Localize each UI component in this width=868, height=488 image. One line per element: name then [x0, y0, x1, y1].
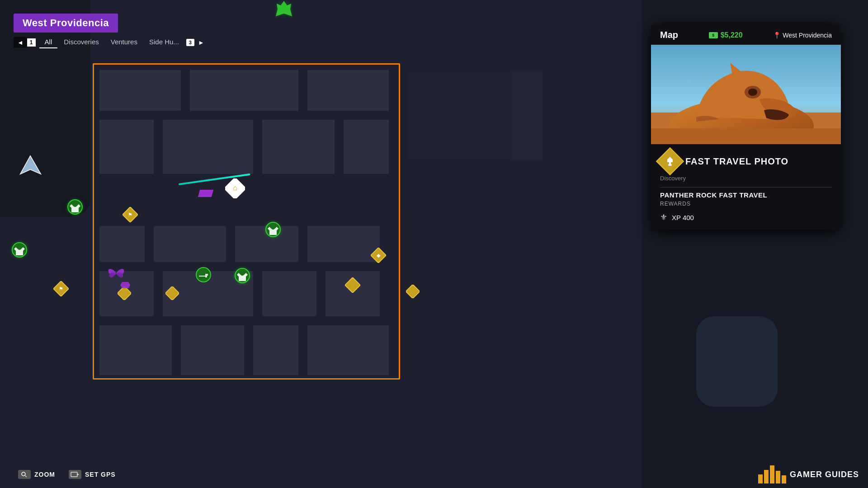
gg-brand-text: GAMER GUIDES [790, 470, 859, 479]
panel-rewards-label: REWARDS [660, 201, 832, 207]
filter-tab-all[interactable]: All [39, 36, 58, 48]
gps-label: SET GPS [85, 471, 116, 478]
top-bar: West Providencia ◄ 1 All Discoveries Ven… [14, 14, 208, 48]
svg-rect-14 [165, 286, 179, 300]
mission-diamond-7[interactable] [406, 285, 420, 298]
panel-icon-title-row: FAST TRAVEL PHOTO [660, 151, 832, 171]
svg-text:◆: ◆ [377, 253, 381, 258]
filter-next-arrow[interactable]: ► [194, 37, 208, 48]
filter-prev-arrow[interactable]: ◄ [14, 37, 27, 48]
city-block [181, 325, 244, 375]
zoom-icon [18, 470, 31, 479]
panel-divider-1 [660, 187, 832, 188]
filter-tab-discoveries[interactable]: Discoveries [58, 36, 104, 48]
zoom-label: ZOOM [34, 471, 55, 478]
city-block [99, 120, 154, 174]
city-block [99, 325, 172, 375]
panel-money-display: $ $5,220 [709, 31, 743, 39]
mission-diamond-1[interactable]: ⚑ [123, 207, 138, 222]
zoom-control: ZOOM [18, 470, 55, 479]
fast-travel-icon-active[interactable]: ⌂ [225, 178, 245, 198]
filter-tab-sidehustles[interactable]: Side Hu... [144, 36, 184, 48]
player-arrow-icon [18, 154, 43, 178]
gg-bar-2 [764, 470, 769, 483]
gg-bars-graphic [758, 465, 786, 483]
city-block [154, 226, 226, 262]
svg-point-28 [748, 89, 757, 96]
fast-travel-marker-icon [656, 147, 684, 175]
mission-diamond-5[interactable]: ◆ [371, 248, 386, 263]
gg-bar-4 [776, 471, 780, 483]
panel-content: FAST TRAVEL PHOTO Discovery PANTHER ROCK… [651, 144, 841, 230]
reward-xp-value: XP 400 [672, 214, 694, 221]
panel-location: 📍 West Providencia [773, 32, 832, 39]
panel-map-label: Map [660, 30, 678, 40]
panel-money-value: $5,220 [721, 31, 743, 39]
mission-diamond-4[interactable] [165, 286, 179, 300]
ft-icon-inner [664, 155, 676, 168]
mission-diamond-6[interactable] [345, 277, 360, 293]
clothing-icon-2[interactable] [11, 242, 28, 258]
clothing-icon-1[interactable] [67, 199, 83, 215]
city-block [307, 325, 389, 375]
svg-text:⌂: ⌂ [233, 184, 237, 192]
city-block [262, 120, 335, 174]
chaos-icon-2[interactable] [118, 277, 133, 293]
panel-location-text: West Providencia [783, 32, 832, 39]
svg-rect-23 [71, 472, 77, 477]
clothing-icon-4[interactable] [234, 267, 250, 284]
svg-rect-31 [668, 164, 672, 166]
clothing-icon-5[interactable] [276, 0, 292, 16]
bottom-bar: ZOOM SET GPS [18, 470, 116, 479]
svg-point-19 [196, 267, 211, 282]
panel-header: Map $ $5,220 📍 West Providencia [651, 23, 841, 45]
city-block [253, 325, 298, 375]
city-block [344, 120, 389, 174]
gps-icon [69, 470, 81, 479]
gps-control: SET GPS [69, 470, 116, 479]
svg-rect-18 [406, 285, 420, 298]
gg-bar-3 [770, 465, 774, 483]
city-block [190, 70, 298, 111]
city-block [99, 226, 145, 262]
filter-tab-ventures[interactable]: Ventures [105, 36, 143, 48]
clothing-icon-3[interactable] [265, 221, 281, 238]
city-block [163, 120, 253, 174]
city-block [307, 70, 389, 111]
weapon-icon[interactable] [195, 267, 212, 283]
city-block [393, 70, 511, 206]
gg-bar-1 [758, 474, 763, 483]
svg-marker-8 [276, 1, 292, 16]
svg-text:⚑: ⚑ [128, 212, 132, 217]
region-title: West Providencia [14, 14, 118, 33]
info-panel: Map $ $5,220 📍 West Providencia [651, 23, 841, 230]
filter-bar: ◄ 1 All Discoveries Ventures Side Hu... … [14, 36, 208, 48]
gamer-guides-logo: GAMER GUIDES [758, 465, 859, 483]
city-block [307, 226, 380, 262]
panel-item-title: FAST TRAVEL PHOTO [685, 156, 788, 167]
city-block [262, 271, 316, 316]
water-pool [696, 316, 778, 407]
svg-rect-30 [651, 128, 841, 144]
svg-rect-17 [345, 277, 360, 293]
panel-category: Discovery [660, 175, 832, 182]
filter-page-num: 1 [27, 38, 36, 47]
city-block [99, 70, 181, 111]
panel-mission-name: PANTHER ROCK FAST TRAVEL [660, 191, 832, 199]
mission-diamond-2[interactable]: ⚑ [53, 281, 69, 296]
filter-badge: 3 [186, 39, 194, 46]
panel-location-image [651, 45, 841, 144]
filter-tabs: All Discoveries Ventures Side Hu... [39, 36, 184, 48]
money-icon: $ [709, 32, 718, 38]
reward-xp-item: ⚜ XP 400 [660, 212, 832, 222]
player-marker [199, 190, 212, 197]
svg-line-21 [25, 475, 27, 477]
svg-point-22 [22, 472, 25, 476]
svg-text:⚑: ⚑ [59, 286, 63, 291]
svg-marker-2 [20, 156, 41, 174]
gg-bar-5 [782, 475, 786, 483]
location-pin-icon: 📍 [773, 32, 781, 39]
fleur-de-lis-icon: ⚜ [660, 212, 667, 222]
